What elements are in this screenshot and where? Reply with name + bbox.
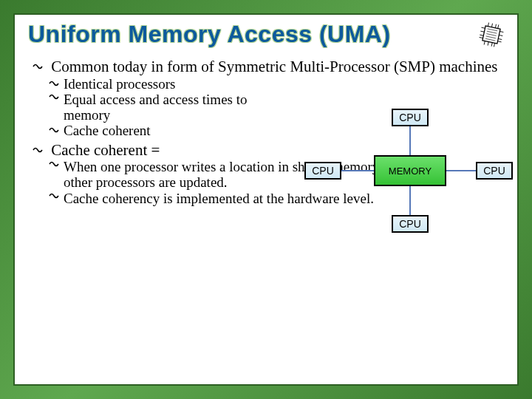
svg-line-11 xyxy=(480,35,483,35)
bullet-1-sub-2-text: Equal access and access times to memory xyxy=(64,92,293,123)
bullet-1-text: Common today in form of Symmetric Multi-… xyxy=(51,58,497,75)
connector-top xyxy=(409,126,411,155)
svg-line-8 xyxy=(494,43,494,47)
svg-line-16 xyxy=(498,41,502,42)
svg-line-10 xyxy=(480,31,484,32)
bullet-1-sub-1: Identical processors xyxy=(49,76,504,92)
cpu-node-left: CPU xyxy=(304,162,341,180)
svg-line-13 xyxy=(499,31,503,32)
svg-line-1 xyxy=(488,23,488,27)
bullet-1-sub-1-text: Identical processors xyxy=(64,76,175,92)
svg-line-6 xyxy=(488,42,488,46)
svg-line-9 xyxy=(481,27,485,28)
cpu-node-top: CPU xyxy=(392,109,429,126)
slide-content: Common today in form of Symmetric Multi-… xyxy=(28,58,504,206)
svg-line-2 xyxy=(491,24,492,27)
svg-line-14 xyxy=(499,35,502,35)
slide-title: Uniform Memory Access (UMA) xyxy=(28,21,504,48)
connector-left xyxy=(341,170,374,171)
connector-right xyxy=(446,170,476,171)
bullet-2-text: Cache coherent = xyxy=(51,141,160,159)
bullet-1-sub-3-text: Cache coherent xyxy=(64,123,151,138)
svg-line-12 xyxy=(480,37,483,38)
cpu-node-bottom: CPU xyxy=(392,215,429,233)
slide-frame-inner: Uniform Memory Access (UMA) Common today… xyxy=(13,13,519,386)
svg-line-7 xyxy=(491,43,492,47)
svg-line-15 xyxy=(498,38,502,39)
svg-line-3 xyxy=(495,24,496,28)
decorative-chip-icon xyxy=(477,20,506,50)
connector-bottom xyxy=(409,186,411,215)
cpu-node-right: CPU xyxy=(476,162,513,180)
svg-line-4 xyxy=(498,24,499,28)
memory-node: MEMORY xyxy=(374,155,446,186)
svg-line-5 xyxy=(484,41,485,45)
slide-frame-outer: Uniform Memory Access (UMA) Common today… xyxy=(0,0,532,399)
uma-diagram: CPU CPU MEMORY CPU CPU xyxy=(301,109,494,256)
